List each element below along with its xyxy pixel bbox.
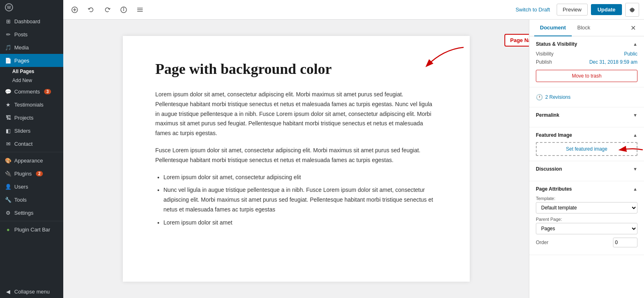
comments-badge: 3 [44,89,51,94]
discussion-header[interactable]: Discussion ▼ [536,166,637,172]
publish-value[interactable]: Dec 31, 2018 9:59 am [589,59,637,65]
sidebar-item-pages[interactable]: 📄 Pages [0,54,63,67]
panel-tabs: Document Block ✕ [529,20,644,36]
toolbar: Switch to Draft Preview Update [63,0,644,20]
sidebar-item-plugins[interactable]: 🔌 Plugins 2 [0,167,63,180]
close-panel-button[interactable]: ✕ [627,21,639,35]
tab-document[interactable]: Document [534,20,572,36]
status-visibility-header[interactable]: Status & Visibility ▲ [536,41,637,47]
sidebar-item-plugin-cart[interactable]: ● Plugin Cart Bar [0,223,63,236]
move-to-trash-button[interactable]: Move to trash [536,70,637,82]
sidebar-item-comments[interactable]: 💬 Comments 3 [0,85,63,98]
plugin-cart-icon: ● [5,226,11,233]
parent-page-label: Parent Page: [536,217,637,222]
template-select[interactable]: Default template [536,202,637,213]
sidebar-item-settings[interactable]: ⚙ Settings [0,206,63,219]
undo-button[interactable] [84,3,98,16]
svg-point-7 [124,8,124,8]
section-featured-image: Featured Image ▲ Set featured image [529,127,644,161]
posts-icon: ✏ [5,31,11,38]
switch-to-draft-button[interactable]: Switch to Draft [512,5,553,14]
page-attributes-header[interactable]: Page Attributes ▲ [536,186,637,192]
plugins-icon: 🔌 [5,170,11,177]
sidebar-sub-all-pages[interactable]: All Pages [0,67,63,76]
order-label: Order [536,240,549,245]
content-area: Page Name Page with background color Lor… [63,20,644,298]
page-title[interactable]: Page with background color [155,60,437,78]
preview-button[interactable]: Preview [557,4,588,16]
section-permalink: Permalink ▼ [529,107,644,127]
publish-label: Publish [536,59,552,65]
list-view-button[interactable] [133,3,147,16]
plugins-badge: 2 [36,171,43,176]
section-revisions: 🕐 2 Revisions [529,87,644,107]
featured-image-header[interactable]: Featured Image ▲ [536,132,637,138]
page-name-annotation: Page Name [504,34,529,47]
set-featured-image-button[interactable]: Set featured image [536,142,637,156]
section-discussion: Discussion ▼ [529,161,644,181]
sidebar-item-tools[interactable]: 🔧 Tools [0,193,63,206]
parent-page-row: Parent Page: Pages [536,217,637,234]
template-row: Template: Default template [536,196,637,213]
info-button[interactable] [117,3,130,16]
testimonials-icon: ★ [5,101,11,108]
revisions-row[interactable]: 🕐 2 Revisions [536,92,637,102]
svg-rect-8 [137,8,143,9]
comments-icon: 💬 [5,88,11,95]
section-page-attributes: Page Attributes ▲ Template: Default temp… [529,181,644,255]
paragraph-2[interactable]: Fusce Lorem ipsum dolor sit amet, consec… [155,146,437,165]
redo-button[interactable] [101,3,114,16]
sidebar-item-projects[interactable]: 🏗 Projects [0,111,63,124]
sidebar: W ⊞ Dashboard ✏ Posts 🎵 Media 📄 Pages Al… [0,0,63,298]
permalink-chevron-icon: ▼ [633,113,637,118]
tab-block[interactable]: Block [572,20,596,36]
visibility-label: Visibility [536,51,553,57]
toolbar-right: Switch to Draft Preview Update [512,3,639,17]
sidebar-divider-1 [0,152,63,152]
sidebar-item-appearance[interactable]: 🎨 Appearance [0,154,63,167]
sidebar-divider-2 [0,221,63,221]
revisions-count: 2 Revisions [545,94,571,100]
sidebar-sub-add-new[interactable]: Add New [0,76,63,85]
order-row: Order [536,238,637,247]
page-body: Lorem ipsum dolor sit amet, consectetur … [155,90,437,228]
paragraph-1[interactable]: Lorem ipsum dolor sit amet, consectetur … [155,90,437,138]
template-label: Template: [536,196,637,201]
permalink-header[interactable]: Permalink ▼ [536,112,637,118]
list-item[interactable]: Lorem ipsum dolor sit amet, consectetur … [164,173,437,182]
svg-rect-9 [137,9,143,10]
editor-inner[interactable]: Page with background color Lorem ipsum d… [123,36,470,282]
collapse-icon: ◀ [5,288,11,295]
sliders-icon: ◧ [5,127,11,134]
order-input[interactable] [613,238,637,247]
sidebar-item-posts[interactable]: ✏ Posts [0,28,63,41]
contact-icon: ✉ [5,140,11,147]
featured-image-chevron-icon: ▲ [633,133,637,138]
sidebar-item-collapse[interactable]: ◀ Collapse menu [0,285,63,298]
settings-panel-button[interactable] [625,3,639,17]
discussion-chevron-icon: ▼ [633,167,637,171]
add-button[interactable] [68,3,81,16]
main-area: Switch to Draft Preview Update Page Name… [63,0,644,298]
settings-icon: ⚙ [5,209,11,216]
visibility-value[interactable]: Public [624,51,637,57]
sidebar-item-media[interactable]: 🎵 Media [0,41,63,54]
list-item[interactable]: Nunc vel ligula in augue tristique pelle… [164,185,437,214]
publish-row: Publish Dec 31, 2018 9:59 am [536,59,637,65]
list-item[interactable]: Lorem ipsum dolor sit amet [164,218,437,228]
dashboard-icon: ⊞ [5,18,11,24]
appearance-icon: 🎨 [5,157,11,164]
wp-logo-icon: W [5,3,13,11]
parent-page-select[interactable]: Pages [536,223,637,234]
sidebar-item-dashboard[interactable]: ⊞ Dashboard [0,15,63,28]
sidebar-item-sliders[interactable]: ◧ Sliders [0,124,63,137]
page-attributes-chevron-icon: ▲ [633,187,637,191]
sidebar-item-contact[interactable]: ✉ Contact [0,137,63,150]
editor[interactable]: Page Name Page with background color Lor… [63,20,529,298]
sidebar-item-users[interactable]: 👤 Users [0,180,63,193]
sidebar-item-testimonials[interactable]: ★ Testimonials [0,98,63,111]
bullet-list: Lorem ipsum dolor sit amet, consectetur … [164,173,437,228]
right-panel: Select Default Template Document Block ✕… [529,20,644,298]
users-icon: 👤 [5,183,11,190]
update-button[interactable]: Update [591,4,622,15]
